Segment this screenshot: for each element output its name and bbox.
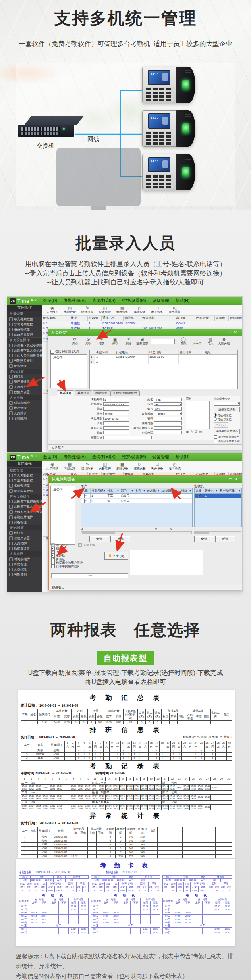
menu-item[interactable]: 考勤处理(A) [64, 454, 86, 460]
sidebar-item[interactable]: 从设备下载人员信息 [7, 504, 42, 509]
sidebar-item[interactable]: 从设备下载人员信息 [7, 348, 42, 353]
minimize-icon[interactable]: ▭ [228, 330, 234, 334]
table-row[interactable]: 2雷总公司 [81, 499, 192, 504]
connect-register-device-button[interactable]: 连接登记设备 [214, 407, 240, 412]
sidebar-item[interactable]: 班次管理 [7, 405, 42, 411]
tab-1[interactable]: 基本信息 [57, 390, 74, 396]
fp-machine-radio[interactable] [214, 413, 217, 417]
register-button[interactable]: 登记(D) [214, 422, 228, 428]
menu-item[interactable]: 查询/打印(S) [92, 298, 116, 304]
fp-reader-radio[interactable] [214, 417, 217, 421]
sidebar-item[interactable]: 备份数据库 [7, 483, 42, 488]
department-tree[interactable]: 总公司 [50, 354, 87, 388]
col-header[interactable]: 7.0指纹▼ [176, 488, 192, 493]
toolbar-button[interactable]: ◉人员维护 [44, 462, 61, 471]
table-row[interactable]: 1王军总公司 [81, 494, 192, 499]
menu-item[interactable]: 维护/设置(M) [122, 298, 146, 304]
minimize-icon[interactable]: ▭ [228, 477, 234, 481]
invert-users-button[interactable]: 反选 [110, 536, 130, 542]
id-new-user-checkbox[interactable]: 刷身份证新增用户 [214, 435, 240, 439]
dialog-toolbar-button[interactable]: ☻人脸分组 [217, 337, 231, 346]
sidebar-item[interactable]: 考勤规则 [7, 572, 42, 577]
sidebar-item[interactable]: 考勤照片维护 [7, 358, 42, 363]
menu-item[interactable]: 数据(D) [43, 298, 57, 304]
fp-table-scrollbar[interactable] [194, 531, 241, 534]
field-input[interactable] [103, 407, 129, 411]
col-header[interactable]: 选择 [195, 488, 204, 493]
photo-tool-icon[interactable]: ∅ [195, 430, 197, 434]
toolbar-button[interactable]: ◉人员维护 [44, 306, 61, 314]
sidebar-item[interactable]: 从设备下载记录数据 [7, 499, 42, 504]
dialog-toolbar-button[interactable]: ▣保存 [108, 337, 122, 346]
menu-item[interactable]: 数据(D) [43, 454, 57, 460]
field-input[interactable] [154, 426, 182, 430]
col-header[interactable]: 卡号▼ [134, 488, 146, 493]
field-input[interactable] [103, 421, 129, 425]
sidebar-item[interactable]: 人员维护 [7, 384, 42, 390]
select-all-users-button[interactable]: 全选 [89, 536, 109, 542]
sidebar-item[interactable]: 数据库设置 [7, 546, 42, 551]
menu-item[interactable]: 查询/打印(S) [92, 454, 116, 460]
user-table-scrollbar[interactable] [81, 531, 192, 534]
sidebar-item[interactable]: 考勤规则 [7, 416, 42, 421]
toolbar-button[interactable]: ▤出勤记录 [61, 306, 79, 314]
menu-item[interactable]: 维护/设置(M) [122, 454, 146, 460]
col-header[interactable]: 10.0指纹▼ [160, 488, 176, 493]
sidebar-item[interactable]: 班次管理 [7, 562, 42, 567]
toolbar-button[interactable]: ◴退出系统 [166, 462, 183, 471]
device-row[interactable]: ↻1未连接1RS232/RS485115200COM1 [42, 321, 242, 326]
photo-tool-icon[interactable]: ▣ [186, 430, 189, 434]
field-input[interactable]: 男 [154, 402, 182, 406]
toolbar-button[interactable]: ▦删除设备 [114, 306, 131, 314]
field-input[interactable]: 13656433XXXX [103, 402, 129, 406]
field-input[interactable]: - - [154, 421, 182, 425]
sidebar-item[interactable]: 时间段维护 [7, 557, 42, 562]
col-header[interactable]: 考勤号码▼ [91, 488, 106, 493]
sidebar-item[interactable]: 数据库设置 [7, 390, 42, 395]
sidebar-item[interactable]: 部门表 [7, 374, 42, 379]
grid-row[interactable]: 22 [90, 359, 237, 364]
tab-4[interactable]: 生物识别模板统计 [110, 390, 140, 396]
menu-item[interactable]: 考勤处理(A) [64, 298, 86, 304]
sidebar-item[interactable]: 上传人员信息到设备 [7, 509, 42, 515]
dialog-toolbar-button[interactable]: ↻调动 [68, 337, 81, 346]
select-all-devices-button[interactable]: 全选 [194, 536, 214, 542]
upload-option-checkbox[interactable]: 高速上传 [78, 543, 95, 547]
field-input[interactable] [103, 436, 152, 439]
invert-devices-button[interactable]: 反选 [215, 536, 235, 542]
dialog-toolbar-button[interactable]: ⊘离职 [81, 337, 95, 346]
row-checkbox[interactable] [84, 499, 85, 503]
col-header[interactable]: 设备名▼ [204, 488, 218, 493]
close-icon[interactable]: ✕ [234, 330, 239, 334]
menu-item[interactable]: 设备管理 [153, 298, 169, 304]
toolbar-button[interactable]: □断开设备 [149, 462, 166, 471]
toolbar-button[interactable]: ◴退出系统 [166, 306, 183, 314]
dialog-toolbar-button[interactable]: ◯查找 [177, 337, 190, 346]
sidebar-item[interactable]: 导出考勤数据 [7, 322, 42, 327]
sidebar-item[interactable]: 上传人员信息到设备 [7, 353, 42, 358]
table-row[interactable]: 1 [195, 494, 241, 499]
toolbar-button[interactable]: ◫设备维护 [96, 462, 114, 471]
dialog-toolbar-button[interactable]: ✕删除 [122, 337, 135, 346]
toolbar-button[interactable]: ▤出勤记录 [61, 462, 79, 471]
sidebar-item[interactable]: 备份数据库 [7, 327, 42, 332]
dialog-toolbar-button[interactable]: ↓下一个 [190, 337, 204, 346]
field-input[interactable]: 001 [154, 407, 182, 411]
toolbar-button[interactable]: □断开设备 [149, 306, 166, 314]
dialog-toolbar-button[interactable]: ▥导入 [204, 337, 217, 346]
col-header[interactable]: 9.0指纹▼ [146, 488, 160, 493]
close-icon[interactable]: ✕ [235, 477, 240, 481]
dialog-toolbar-button[interactable]: ⊞批量增加 [135, 337, 149, 346]
dialog-toolbar-button[interactable]: ＋增加 [95, 337, 108, 346]
sidebar-item[interactable]: 管理员设置 [7, 536, 42, 541]
field-input[interactable]: 后勤组 [103, 412, 129, 415]
menu-item[interactable]: 设备管理 [153, 454, 169, 460]
tab-3[interactable]: 考勤设置 [93, 390, 110, 396]
toolbar-button[interactable]: ✎统计报表 [79, 306, 96, 314]
field-input[interactable]: 一般用户 [154, 412, 182, 415]
include-subdept-checkbox[interactable]: 包括下级部门人员 [50, 350, 79, 354]
sidebar-item[interactable]: USB闪盘管理 [7, 332, 42, 337]
toolbar-button[interactable]: ◫设备维护 [96, 306, 114, 314]
col-header[interactable]: 部门▼ [120, 488, 134, 493]
sidebar-item[interactable]: 导入考勤数据 [7, 317, 42, 322]
